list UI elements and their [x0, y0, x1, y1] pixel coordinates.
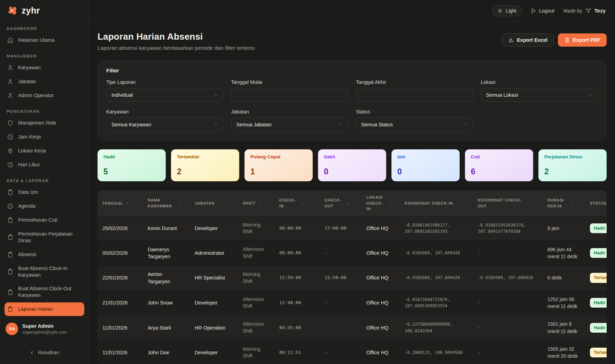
sidebar-item-admin-operator[interactable]: Admin Operator	[5, 89, 84, 102]
filter-label: Tipe Laporan	[106, 79, 224, 85]
column-header-check-in[interactable]: Check-In	[274, 190, 320, 216]
cell-checkin: 00:11:51	[274, 340, 320, 364]
cell-tanggal: 25/02/2026	[98, 216, 143, 240]
export-excel-button[interactable]: Export Excel	[502, 33, 554, 47]
filter-input-tanggal-akhir[interactable]	[356, 88, 473, 102]
chevron-down-icon	[257, 201, 262, 205]
export-pdf-button[interactable]: Export PDF	[558, 33, 607, 47]
logout-button[interactable]: Logout	[531, 8, 554, 14]
sidebar-item-halaman-utama[interactable]: Halaman Utama	[5, 33, 84, 47]
filter-select-jabatan[interactable]: Semua Jabatan	[231, 118, 349, 132]
sidebar-item-buat-absensi-clock-in-karyawan[interactable]: Buat Absensi Clock-In Karyawan	[5, 262, 84, 282]
file-pdf-icon	[564, 37, 570, 43]
sidebar-item-hari-libur[interactable]: Hari Libur	[5, 158, 84, 172]
table-row: 25/02/2026Kevin DurantDeveloperMorning S…	[98, 216, 607, 240]
filter-select-karyawan[interactable]: Semua Karyawan	[106, 118, 224, 132]
status-badge: Hadir	[590, 248, 607, 258]
clipboard-icon	[7, 217, 14, 223]
sidebar-item-karyawan[interactable]: Karyawan	[5, 61, 84, 74]
logout-icon	[531, 8, 536, 14]
sidebar-item-label: Permohonan Perjalanan Dinas	[18, 231, 82, 244]
cell-koordout: -	[473, 315, 543, 340]
sidebar-item-label: Jam Kerja	[18, 134, 41, 140]
stat-label: Hadir	[103, 154, 160, 159]
table-row: 22/01/2026Aerion TargaryenHR SpecialistM…	[98, 266, 607, 291]
filter-select-status[interactable]: Semua Status	[356, 118, 473, 132]
cell-nama: John Snow	[143, 290, 190, 315]
cell-tanggal: 21/01/2026	[98, 290, 143, 315]
tezy-logo-icon	[585, 7, 592, 14]
filter-input-tanggal-mulai[interactable]	[231, 88, 349, 102]
column-header-check-out[interactable]: Check-Out	[320, 190, 361, 216]
cell-koordin: -6.227580499999999, 106.8243364	[400, 315, 473, 340]
chevron-left-icon	[30, 350, 34, 355]
column-label: Koordinat Check-Out	[478, 197, 530, 209]
stat-label: Perjalanan Dinas	[544, 154, 601, 159]
sidebar-section-label-manajemen: MANAJEMEN	[7, 54, 82, 58]
sidebar-item-jam-kerja[interactable]: Jam Kerja	[5, 130, 84, 144]
user-icon	[7, 64, 14, 71]
cell-checkin: 09:00:00	[274, 240, 320, 266]
sidebar-item-label: Agenda	[18, 203, 36, 209]
cell-durasi: 1252 jam 56 menit 11 detik	[543, 290, 585, 315]
sidebar-item-agenda[interactable]: Agenda	[5, 199, 84, 213]
table-row: 21/01/2026John SnowDeveloperAfternoon Sh…	[98, 290, 607, 315]
filter-label: Tanggal Akhir	[356, 79, 473, 85]
sidebar-item-label: Manajemen Role	[18, 120, 56, 126]
cell-shift: Morning Shift	[238, 340, 274, 364]
sidebar-item-buat-absensi-clock-out-karyawan[interactable]: Buat Absensi Clock-Out Karyawan	[5, 282, 84, 302]
sidebar-item-absensi[interactable]: Absensi	[5, 248, 84, 261]
cell-jabatan: Developer	[190, 216, 238, 240]
brand-name: zyhr	[22, 6, 40, 16]
column-header-tanggal[interactable]: Tanggal	[98, 190, 143, 216]
sidebar: zyhr DASHBOARDHalaman UtamaMANAJEMENKary…	[0, 0, 89, 364]
cell-durasi: 896 jam 44 menit 11 detik	[543, 240, 585, 266]
cell-koordout: -	[473, 240, 543, 266]
stat-label: Pulang Cepat	[250, 154, 307, 159]
collapse-sidebar-button[interactable]: Rekatkan	[0, 340, 89, 364]
sidebar-section-label-dashboard: DASHBOARD	[7, 26, 82, 31]
sidebar-item-jabatan[interactable]: Jabatan	[5, 75, 84, 88]
stat-label: Sakit	[324, 154, 380, 159]
home-icon	[7, 37, 14, 43]
cell-checkout: -	[320, 315, 361, 340]
cell-tanggal: 05/02/2026	[98, 240, 143, 266]
filter-title: Filter	[106, 68, 598, 73]
filter-field-lokasi: LokasiSemua Lokasi	[481, 79, 598, 102]
clock-icon	[7, 161, 14, 168]
clipboard-icon	[7, 189, 14, 196]
column-header-jabatan[interactable]: Jabatan	[190, 190, 238, 216]
sidebar-item-label: Halaman Utama	[18, 37, 55, 43]
column-header-durasi-kerja[interactable]: Durasi Kerja	[543, 190, 585, 216]
column-header-lokasi-check-in[interactable]: Lokasi Check-In	[361, 190, 400, 216]
sidebar-item-laporan-harian[interactable]: Laporan Harian	[5, 302, 84, 316]
sun-icon	[497, 8, 503, 14]
user-icon	[7, 78, 14, 85]
user-name: Super Admin	[22, 323, 67, 329]
sidebar-item-permohonan-perjalanan-dinas[interactable]: Permohonan Perjalanan Dinas	[5, 227, 84, 247]
export-pdf-label: Export PDF	[573, 37, 600, 43]
stat-value: 2	[177, 167, 233, 176]
user-card[interactable]: SA Super Admin superadmin@zyhr.com	[0, 317, 89, 340]
page-content: Laporan Harian Absensi Laporan absensi k…	[89, 22, 615, 364]
chevron-down-icon	[338, 122, 343, 127]
sidebar-item-manajemen-role[interactable]: Manajemen Role	[5, 116, 84, 130]
filter-select-lokasi[interactable]: Semua Lokasi	[481, 88, 598, 102]
stat-value: 2	[544, 167, 601, 176]
theme-toggle-button[interactable]: Light	[492, 5, 521, 16]
sidebar-item-permohonan-cuti[interactable]: Permohonan Cuti	[5, 213, 84, 227]
status-badge: Hadir	[590, 223, 607, 233]
cell-checkout: -	[320, 240, 361, 266]
filter-select-tipe-laporan[interactable]: Individual	[106, 88, 224, 102]
chevron-down-icon	[346, 201, 350, 205]
column-header-nama-karyawan[interactable]: Nama Karyawan	[143, 190, 190, 216]
table-row: 11/01/2026John DoeDeveloperMorning Shift…	[98, 340, 607, 364]
cell-koordout: -6.9185089, 107.609426	[473, 266, 543, 291]
sidebar-item-lokasi-kerja[interactable]: Lokasi Kerja	[5, 144, 84, 158]
clipboard-icon	[7, 268, 14, 275]
cell-jabatan: Developer	[190, 290, 238, 315]
clock-icon	[7, 134, 14, 140]
filter-label: Lokasi	[481, 79, 598, 85]
sidebar-item-data-izin[interactable]: Data Izin	[5, 185, 84, 199]
column-header-shift[interactable]: Shift	[238, 190, 274, 216]
